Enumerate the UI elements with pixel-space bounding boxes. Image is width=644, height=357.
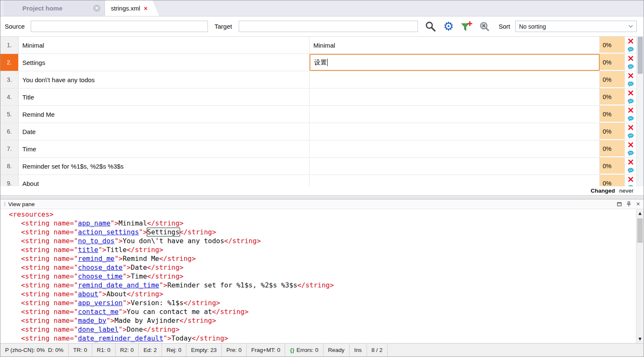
source-cell[interactable]: Reminder set for %1$s, %2$s %3$s [19,158,310,174]
target-cell[interactable]: Minimal [310,37,600,54]
source-filter-label: Source [5,23,25,30]
xml-code-line: <string name="done_label">Done</string> [9,325,636,334]
comment-bubble-icon[interactable] [628,99,634,104]
source-cell[interactable]: About [19,175,310,186]
comment-bubble-icon[interactable] [628,47,634,52]
table-row[interactable]: 6.Date0% [0,123,636,140]
target-cell[interactable] [310,175,600,186]
search-icon[interactable] [423,19,437,34]
row-icons [625,54,636,71]
table-row[interactable]: 8.Reminder set for %1$s, %2$s %3$s0% [0,158,636,175]
view-pane-title: View pane [8,201,617,207]
comment-bubble-icon[interactable] [628,168,634,173]
comment-bubble-icon[interactable] [628,185,634,186]
add-filter-funnel-icon[interactable] [459,19,474,34]
match-percent: 0% [600,54,625,71]
comment-bubble-icon[interactable] [628,150,634,156]
target-cell[interactable] [310,158,600,174]
reject-row-icon[interactable] [628,125,633,130]
row-number: 1. [0,37,19,54]
reject-row-icon[interactable] [628,90,633,96]
view-pane-scrollbar-thumb[interactable] [637,218,643,243]
source-cell[interactable]: Time [19,140,310,157]
status-item-text: Ed: 2 [143,347,157,353]
tab-project-home[interactable]: Project home ✕ [4,0,105,16]
comment-bubble-icon[interactable] [628,133,634,139]
float-pane-icon[interactable] [617,202,622,207]
text-caret [327,59,328,66]
status-item: P (zho-CN): 0% D: 0% [0,344,69,357]
target-cell[interactable] [310,89,600,105]
table-row[interactable]: 2.Settings设置0% [0,54,636,71]
target-cell[interactable]: 设置 [310,54,600,71]
row-icons [625,71,636,88]
table-row[interactable]: 3.You don\'t have any todos0% [0,71,636,89]
source-cell[interactable]: Date [19,123,310,140]
target-cell[interactable] [310,71,600,88]
scroll-up-icon[interactable]: ▲ [636,209,644,217]
match-percent: 0% [600,71,625,88]
source-cell[interactable]: Title [19,89,310,105]
source-cell[interactable]: Settings [19,54,310,71]
grid-scrollbar-thumb[interactable] [638,37,643,74]
comment-bubble-icon[interactable] [628,81,634,87]
grid-scrollbar[interactable] [636,36,644,186]
status-item-text: Pre: 0 [226,347,242,353]
tab-strings-xml[interactable]: strings.xml × [105,0,159,16]
status-item: R1: 0 [92,344,116,357]
close-strings-xml-icon[interactable]: × [144,5,147,12]
table-row[interactable]: 9.About0% [0,175,636,186]
source-cell[interactable]: Minimal [19,37,310,54]
status-item-text: TR: 0 [73,347,87,353]
sort-dropdown[interactable]: No sorting [515,21,637,32]
source-cell[interactable]: You don\'t have any todos [19,71,310,88]
xml-code-line: <string name="no_to_dos">You don\'t have… [9,236,636,245]
status-item: Pre: 0 [222,344,247,357]
row-icons [625,37,636,54]
target-cell[interactable] [310,123,600,140]
match-percent: 0% [600,175,625,186]
table-row[interactable]: 4.Title0% [0,89,636,106]
source-filter-input[interactable] [31,21,208,32]
pin-pane-icon[interactable] [626,201,631,207]
tab-bar: Project home ✕ strings.xml × [0,0,644,16]
scroll-down-icon[interactable]: ▼ [636,335,644,343]
status-item-text: 8 / 2 [372,347,383,353]
reject-row-icon[interactable] [628,38,633,44]
tab-project-home-label: Project home [22,5,62,12]
row-number: 2. [0,54,19,71]
target-filter-input[interactable] [239,21,418,32]
match-percent: 0% [600,106,625,123]
status-item-text: Frag+MT: 0 [251,347,280,353]
table-row[interactable]: 1.MinimalMinimal0% [0,37,636,54]
sort-dropdown-value: No sorting [519,23,546,30]
match-percent: 0% [600,89,625,105]
source-cell[interactable]: Remind Me [19,106,310,123]
target-cell[interactable] [310,140,600,157]
xml-code-line: <string name="app_name">Minimal</string> [9,219,636,228]
comment-bubble-icon[interactable] [628,64,634,70]
pane-splitter[interactable] [0,195,644,199]
reject-row-icon[interactable] [628,142,633,148]
reject-row-icon[interactable] [628,177,633,182]
status-item: Ed: 2 [139,344,162,357]
table-row[interactable]: 5.Remind Me0% [0,106,636,123]
app-window: Project home ✕ strings.xml × Source Targ… [0,0,644,357]
reject-row-icon[interactable] [628,159,633,165]
target-cell[interactable] [310,106,600,123]
reject-row-icon[interactable] [628,107,633,113]
drag-grip-icon[interactable]: ⁞⁞ [4,202,5,207]
tab-strings-xml-label: strings.xml [111,5,140,12]
reject-row-icon[interactable] [628,56,633,61]
comment-bubble-icon[interactable] [628,116,634,121]
view-pane-scrollbar[interactable]: ▲ ▼ [636,209,644,343]
gear-icon[interactable]: ⚙ [441,19,455,34]
clear-search-icon[interactable] [477,19,492,34]
close-pane-icon[interactable]: ✕ [636,201,640,207]
xml-code-line: <string name="action_settings">Settings<… [9,228,636,236]
table-row[interactable]: 7.Time0% [0,140,636,158]
reject-row-icon[interactable] [628,73,633,78]
view-pane-body[interactable]: <resources> <string name="app_name">Mini… [0,209,644,343]
target-filter-label: Target [215,23,232,30]
close-project-home-icon[interactable]: ✕ [93,5,100,12]
